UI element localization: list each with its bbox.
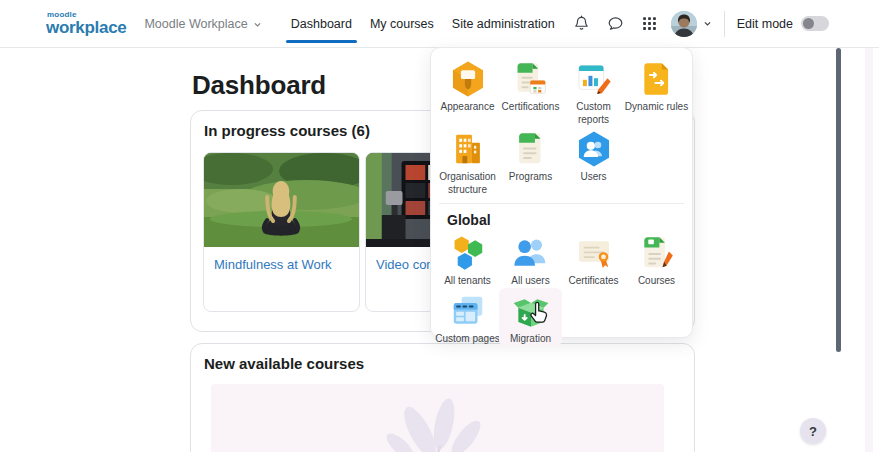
help-button[interactable]: ? <box>800 418 826 444</box>
scrollbar-track[interactable] <box>865 48 873 452</box>
menu-item-label: Users <box>561 171 627 184</box>
global-section-heading: Global <box>447 212 687 228</box>
new-available-courses-card: New available courses <box>190 343 695 452</box>
menu-item-label: All tenants <box>435 275 501 288</box>
organisation-structure-icon <box>449 130 487 168</box>
moodle-workplace-logo[interactable]: moodle workplace <box>46 11 126 36</box>
tenant-menu-grid: Appearance Certifications Custom reports… <box>436 56 687 196</box>
custom-pages-icon <box>449 292 487 330</box>
menu-item-label: Migration <box>498 333 564 346</box>
menu-item-label: Organisation structure <box>435 171 501 196</box>
course-link-mindfulness[interactable]: Mindfulness at Work <box>204 247 359 274</box>
nav-tab-site-administration[interactable]: Site administration <box>447 0 560 48</box>
appearance-icon <box>449 60 487 98</box>
menu-item-label: All users <box>498 275 564 288</box>
course-card-mindfulness[interactable]: Mindfulness at Work <box>203 152 360 312</box>
toggle-knob <box>803 18 814 29</box>
certificates-icon <box>575 234 613 272</box>
chevron-down-icon <box>703 19 712 28</box>
navbar-right-cluster: Edit mode <box>569 11 829 37</box>
launcher-divider <box>439 203 684 204</box>
menu-item-users[interactable]: Users <box>562 126 625 196</box>
menu-item-label: Certificates <box>561 275 627 288</box>
user-menu[interactable] <box>671 11 712 37</box>
all-users-icon <box>512 234 550 272</box>
course-image-mindfulness[interactable] <box>204 153 359 247</box>
all-tenants-icon <box>449 234 487 272</box>
app-launcher-panel: Appearance Certifications Custom reports… <box>430 47 693 338</box>
nav-tab-my-courses[interactable]: My courses <box>365 0 439 48</box>
menu-item-all-tenants[interactable]: All tenants <box>436 230 499 288</box>
menu-item-label: Courses <box>624 275 690 288</box>
scrollbar-thumb[interactable] <box>836 48 841 352</box>
menu-item-dynamic-rules[interactable]: Dynamic rules <box>625 56 688 126</box>
menu-item-label: Programs <box>498 171 564 184</box>
tenant-selector[interactable]: Moodle Workplace <box>144 17 261 31</box>
menu-item-all-users[interactable]: All users <box>499 230 562 288</box>
edit-mode-label: Edit mode <box>737 17 793 31</box>
menu-item-label: Appearance <box>435 101 501 114</box>
primary-nav: Dashboard My courses Site administration <box>286 0 560 48</box>
menu-item-appearance[interactable]: Appearance <box>436 56 499 126</box>
courses-icon <box>638 234 676 272</box>
menu-item-programs[interactable]: Programs <box>499 126 562 196</box>
nav-tab-dashboard[interactable]: Dashboard <box>286 0 357 48</box>
menu-item-certifications[interactable]: Certifications <box>499 56 562 126</box>
global-menu-grid: All tenants All users Certificates Cours… <box>436 230 687 346</box>
tenant-selector-label: Moodle Workplace <box>144 17 247 31</box>
plant-illustration <box>328 384 548 452</box>
migration-icon <box>512 292 550 330</box>
menu-item-organisation-structure[interactable]: Organisation structure <box>436 126 499 196</box>
custom-reports-icon <box>575 60 613 98</box>
menu-item-custom-pages[interactable]: Custom pages <box>436 288 499 346</box>
logo-text-workplace: workplace <box>46 19 126 36</box>
menu-item-label: Custom pages <box>435 333 501 346</box>
menu-item-label: Custom reports <box>561 101 627 126</box>
menu-item-custom-reports[interactable]: Custom reports <box>562 56 625 126</box>
certifications-icon <box>512 60 550 98</box>
notifications-bell-icon[interactable] <box>569 11 595 37</box>
edit-mode-toggle[interactable] <box>801 16 829 31</box>
new-available-courses-title: New available courses <box>204 355 682 372</box>
user-avatar <box>671 11 697 37</box>
menu-item-migration[interactable]: Migration <box>499 288 562 346</box>
new-courses-empty-state <box>211 384 664 452</box>
messages-icon[interactable] <box>603 11 629 37</box>
menu-item-label: Certifications <box>498 101 564 114</box>
edit-mode-control: Edit mode <box>737 16 829 31</box>
top-navbar: moodle workplace Moodle Workplace Dashbo… <box>0 0 879 48</box>
app-launcher-grid-icon[interactable] <box>637 11 663 37</box>
dynamic-rules-icon <box>638 60 676 98</box>
navbar-divider <box>724 11 725 37</box>
chevron-down-icon <box>253 20 262 29</box>
programs-icon <box>512 130 550 168</box>
menu-item-courses[interactable]: Courses <box>625 230 688 288</box>
users-icon <box>575 130 613 168</box>
menu-item-label: Dynamic rules <box>624 101 690 114</box>
menu-item-certificates[interactable]: Certificates <box>562 230 625 288</box>
